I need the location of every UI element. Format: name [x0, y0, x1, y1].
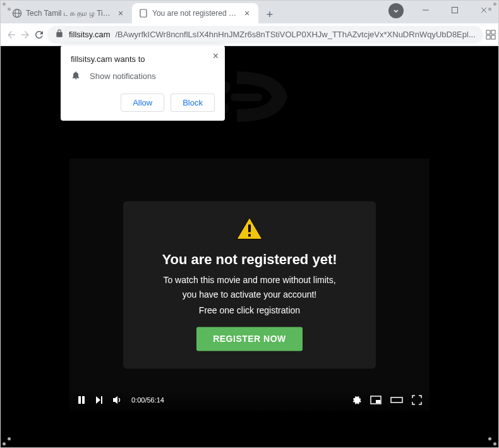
address-domain: fillsitsy.cam: [69, 30, 110, 39]
corner-decoration: [488, 3, 496, 11]
notification-permission-popup: × fillsitsy.cam wants to Show notificati…: [61, 45, 225, 121]
modal-text-line1: To watch this movie and more without lim…: [141, 274, 358, 287]
corner-decoration: [488, 437, 496, 445]
video-player: You are not registered yet! To watch thi…: [69, 159, 430, 411]
svg-rect-8: [486, 30, 490, 34]
svg-rect-9: [491, 30, 495, 34]
next-icon[interactable]: [95, 396, 104, 404]
svg-rect-3: [140, 9, 147, 17]
window-controls: [411, 1, 498, 20]
new-tab-button[interactable]: +: [261, 6, 279, 23]
svg-rect-20: [231, 94, 262, 101]
svg-rect-11: [491, 35, 495, 39]
close-icon[interactable]: ×: [116, 8, 126, 18]
volume-icon[interactable]: [112, 396, 123, 404]
theater-icon[interactable]: [390, 396, 403, 404]
modal-subtitle: Free one click registration: [141, 305, 358, 315]
svg-rect-5: [452, 8, 458, 13]
tab-inactive[interactable]: Tech Tamil ட க தம ழ Tips And ×: [6, 3, 132, 23]
pause-icon[interactable]: [77, 396, 86, 404]
corner-decoration: [3, 437, 11, 445]
reload-button[interactable]: [33, 26, 45, 44]
forward-button[interactable]: [20, 26, 31, 44]
svg-rect-28: [391, 397, 402, 403]
back-button[interactable]: [6, 26, 17, 44]
tab-title: You are not registered yet!: [152, 9, 238, 18]
modal-title: You are not registered yet!: [141, 251, 358, 268]
player-time: 0:00/56:14: [131, 396, 164, 404]
maximize-button[interactable]: [440, 1, 469, 20]
svg-rect-22: [248, 234, 251, 236]
player-controls: 0:00/56:14: [69, 389, 430, 411]
tab-active[interactable]: You are not registered yet! ×: [132, 3, 258, 23]
svg-rect-10: [486, 35, 490, 39]
pip-icon[interactable]: [370, 396, 382, 404]
address-path: /BAwyrfkICWr8ncnflLsIX4hnHnJMZr6s8nTStiV…: [115, 30, 475, 39]
close-icon[interactable]: ×: [242, 8, 252, 18]
fullscreen-icon[interactable]: [412, 395, 422, 405]
warning-icon: [236, 216, 263, 241]
register-button[interactable]: REGISTER NOW: [196, 327, 303, 351]
tab-strip: Tech Tamil ட க தம ழ Tips And × You are n…: [1, 1, 498, 23]
extensions-icon[interactable]: [486, 26, 496, 44]
minimize-button[interactable]: [411, 1, 440, 20]
svg-rect-21: [248, 224, 251, 232]
down-arrow-badge[interactable]: [388, 3, 404, 18]
registration-modal: You are not registered yet! To watch thi…: [123, 201, 376, 368]
settings-icon[interactable]: [351, 395, 361, 405]
lock-icon: [55, 29, 64, 40]
allow-button[interactable]: Allow: [121, 94, 164, 112]
address-bar[interactable]: fillsitsy.cam/BAwyrfkICWr8ncnflLsIX4hnHn…: [47, 26, 483, 44]
svg-rect-24: [82, 396, 85, 404]
svg-rect-23: [78, 396, 81, 404]
close-icon[interactable]: ×: [213, 51, 219, 62]
modal-text-line2: you have to activate your account!: [141, 289, 358, 302]
notification-message: Show notifications: [90, 71, 156, 81]
globe-icon: [12, 8, 22, 18]
notification-title: fillsitsy.cam wants to: [71, 54, 215, 64]
toolbar: fillsitsy.cam/BAwyrfkICWr8ncnflLsIX4hnHn…: [1, 23, 498, 46]
bell-icon: [71, 70, 81, 82]
tab-title: Tech Tamil ட க தம ழ Tips And: [26, 9, 112, 18]
svg-rect-27: [376, 400, 380, 403]
corner-decoration: [3, 3, 11, 11]
svg-rect-25: [101, 396, 102, 404]
block-button[interactable]: Block: [171, 94, 215, 112]
page-icon: [138, 8, 148, 18]
